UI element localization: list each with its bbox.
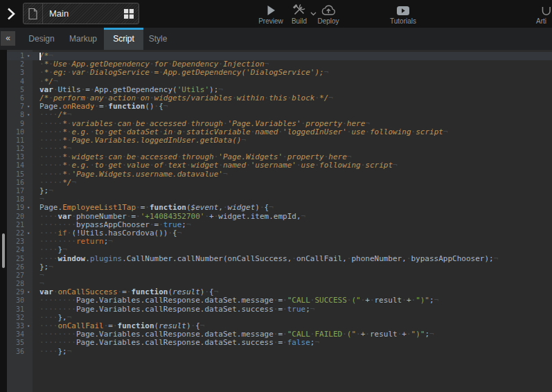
code-line-text[interactable]: ¬ xyxy=(33,271,552,280)
line-number: 8 xyxy=(7,111,24,119)
line-number: 32 xyxy=(7,314,24,322)
page-selector[interactable]: Main xyxy=(23,3,139,24)
code-line-text[interactable]: };¬ xyxy=(33,187,552,195)
fold-spacer xyxy=(24,271,33,280)
code-fold-toggle-icon[interactable]: ▾ xyxy=(24,103,33,111)
gutter-cell: 22▾ xyxy=(7,229,33,238)
code-line-text[interactable]: ·····*·Page.Variables.loggedInUser.getDa… xyxy=(33,136,552,145)
code-rows: 1▾/*¬2·*·Use·App.getDependency·for·Depen… xyxy=(7,52,552,356)
deploy-button[interactable]: Deploy xyxy=(312,3,345,25)
artifacts-button[interactable]: Arti xyxy=(536,3,552,25)
gutter-cell: 6 xyxy=(7,94,33,103)
line-number: 17 xyxy=(7,187,24,195)
gutter-cell: 4 xyxy=(7,78,33,86)
line-number: 22 xyxy=(7,229,24,238)
line-number: 26 xyxy=(7,263,24,271)
gutter-cell: 2 xyxy=(7,60,33,69)
studio-window: Main Preview xyxy=(0,0,552,392)
gutter-cell: 15 xyxy=(7,170,33,179)
code-line: 35········Page.Variables.callResponse.da… xyxy=(7,339,552,347)
artifacts-icon xyxy=(536,3,552,16)
scrollbar-thumb[interactable] xyxy=(2,233,5,268)
preview-label: Preview xyxy=(254,17,287,25)
code-line-text[interactable]: ·····*·'Page.Widgets.username.datavalue'… xyxy=(33,170,552,179)
gutter-cell: 31 xyxy=(7,305,33,314)
gutter-cell: 21 xyxy=(7,221,33,229)
gutter-cell: 11 xyxy=(7,136,33,145)
code-line: 27¬ xyxy=(7,271,552,280)
code-line-text[interactable]: };¬ xyxy=(33,263,552,271)
script-editor[interactable]: 1▾/*¬2·*·Use·App.getDependency·for·Depen… xyxy=(0,50,552,392)
code-line: 11·····*·Page.Variables.loggedInUser.get… xyxy=(7,136,552,145)
gutter-cell: 5 xyxy=(7,86,33,94)
fold-spacer xyxy=(24,170,33,179)
gutter-cell: 32 xyxy=(7,314,33,322)
line-number: 28 xyxy=(7,280,24,288)
gutter-cell: 23 xyxy=(7,238,33,246)
fold-spacer xyxy=(24,238,33,246)
code-line-text[interactable]: ·*·eg:·var·DialogService·=·App.getDepend… xyxy=(33,69,552,77)
line-number: 21 xyxy=(7,221,24,229)
code-fold-toggle-icon[interactable]: ▾ xyxy=(24,229,33,238)
preview-button[interactable]: Preview xyxy=(254,3,287,25)
code-line: 25····window.plugins.CallNumber.callNumb… xyxy=(7,255,552,263)
gutter-cell: 9 xyxy=(7,120,33,128)
fold-spacer xyxy=(24,78,33,86)
gutter-cell: 27 xyxy=(7,271,33,280)
line-number: 15 xyxy=(7,170,24,179)
fold-spacer xyxy=(24,153,33,161)
gutter-cell: 26 xyxy=(7,263,33,271)
gutter-cell: 20 xyxy=(7,213,33,221)
code-fold-toggle-icon[interactable]: ▾ xyxy=(24,322,33,330)
line-number: 1 xyxy=(7,52,24,60)
fold-spacer xyxy=(24,348,33,356)
fold-spacer xyxy=(24,128,33,136)
tab-design[interactable]: Design xyxy=(21,28,62,50)
fold-spacer xyxy=(24,330,33,339)
line-number: 19 xyxy=(7,204,24,212)
tab-style[interactable]: Style xyxy=(143,28,172,50)
code-line-text[interactable]: ········Page.Variables.callResponse.data… xyxy=(33,339,552,347)
gutter-cell: 1▾ xyxy=(7,52,33,60)
tutorials-button[interactable]: Tutorials xyxy=(384,3,422,25)
code-line: 26};¬ xyxy=(7,263,552,271)
line-number: 35 xyxy=(7,339,24,347)
code-line: 36····};¬ xyxy=(7,348,552,356)
fold-spacer xyxy=(24,179,33,187)
text-caret xyxy=(39,53,41,60)
fold-spacer xyxy=(24,86,33,94)
collapse-panel-button[interactable]: « xyxy=(1,31,15,46)
line-number: 25 xyxy=(7,255,24,263)
line-number: 24 xyxy=(7,246,24,254)
fold-spacer xyxy=(24,314,33,322)
tab-markup[interactable]: Markup xyxy=(62,28,104,50)
gutter-cell: 29▾ xyxy=(7,288,33,296)
gutter-cell: 19▾ xyxy=(7,204,33,212)
code-fold-toggle-icon[interactable]: ▾ xyxy=(24,288,33,296)
gutter-cell: 33▾ xyxy=(7,322,33,330)
gutter-cell: 34 xyxy=(7,330,33,339)
line-number: 5 xyxy=(7,86,24,94)
code-line-text[interactable]: ····};¬ xyxy=(33,348,552,356)
line-number: 12 xyxy=(7,145,24,153)
code-fold-toggle-icon[interactable]: ▾ xyxy=(24,111,33,119)
tab-script[interactable]: Script xyxy=(104,28,143,50)
gutter-cell: 16 xyxy=(7,179,33,187)
code-fold-toggle-icon[interactable]: ▾ xyxy=(24,204,33,212)
code-line-text[interactable]: Page.onReady·=·function()·{¬ xyxy=(33,103,552,111)
code-line-text[interactable]: ·····*/¬ xyxy=(33,179,552,187)
fold-spacer xyxy=(24,296,33,305)
pages-grid-button[interactable] xyxy=(119,3,139,24)
line-number: 23 xyxy=(7,238,24,246)
line-number: 29 xyxy=(7,288,24,296)
expand-sidebar-button[interactable] xyxy=(6,7,17,21)
deploy-label: Deploy xyxy=(312,17,345,25)
code-line-text[interactable]: ········return;¬ xyxy=(33,238,552,246)
code-line-text[interactable]: ····window.plugins.CallNumber.callNumber… xyxy=(33,255,552,263)
build-button[interactable]: Build xyxy=(284,3,314,25)
line-number: 4 xyxy=(7,78,24,86)
fold-spacer xyxy=(24,94,33,103)
code-fold-toggle-icon[interactable]: ▾ xyxy=(24,52,33,60)
fold-spacer xyxy=(24,263,33,271)
code-line-text[interactable]: ········Page.Variables.callResponse.data… xyxy=(33,305,552,314)
